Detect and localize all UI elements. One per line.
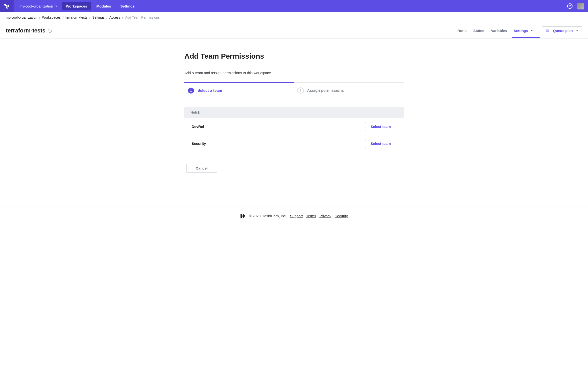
queue-plan-button[interactable]: Queue plan	[542, 26, 582, 35]
stepper: 1 Select a team 2 Assign permissions	[184, 82, 404, 98]
ws-nav-label: Runs	[457, 28, 467, 33]
nav-tab-label: Settings	[120, 4, 134, 8]
breadcrumb-workspace[interactable]: terraform-tests	[65, 16, 87, 19]
step-assign-permissions: 2 Assign permissions	[294, 82, 404, 98]
workspace-header: terraform-tests i Runs States Variables …	[0, 23, 588, 39]
step-number-badge: 1	[188, 87, 194, 94]
main-content: Add Team Permissions Add a team and assi…	[184, 39, 404, 182]
table-header-name: NAME	[184, 107, 404, 118]
step-label: Assign permissions	[307, 88, 344, 93]
team-name: DevRel	[192, 124, 204, 129]
select-team-label: Select team	[371, 124, 391, 129]
breadcrumb-org[interactable]: my-cool-organization	[6, 16, 37, 19]
table-row: Security Select team	[184, 135, 404, 152]
terraform-logo[interactable]	[0, 0, 14, 12]
breadcrumb-access[interactable]: Access	[109, 16, 120, 19]
breadcrumb-sep: /	[107, 16, 108, 19]
nav-tab-label: Modules	[96, 4, 111, 8]
queue-plan-label: Queue plan	[553, 28, 573, 33]
navbar-right: ?	[567, 3, 588, 9]
nav-tabs: Workspaces Modules Settings	[62, 2, 140, 10]
footer-link-privacy[interactable]: Privacy	[319, 214, 331, 218]
ws-nav-label: Settings	[514, 28, 528, 33]
select-team-button[interactable]: Select team	[365, 122, 396, 131]
chevron-down-icon	[576, 28, 579, 33]
page-description: Add a team and assign permissions to thi…	[184, 65, 404, 82]
footer-link-security[interactable]: Security	[335, 214, 348, 218]
cancel-button[interactable]: Cancel	[186, 164, 217, 173]
step-number: 2	[300, 89, 302, 92]
step-number: 1	[190, 89, 192, 92]
footer-link-support[interactable]: Support	[290, 214, 303, 218]
nav-tab-settings[interactable]: Settings	[116, 2, 138, 10]
footer-link-terms[interactable]: Terms	[306, 214, 316, 218]
table-bottom-rule	[184, 152, 404, 157]
org-selector[interactable]: my-cool-organization	[14, 4, 62, 8]
step-select-team[interactable]: 1 Select a team	[184, 82, 294, 98]
ws-nav-label: States	[473, 28, 484, 33]
breadcrumb-current: Add Team Permissions	[125, 16, 160, 19]
ws-nav-label: Variables	[491, 28, 507, 33]
cancel-label: Cancel	[196, 166, 208, 170]
top-navbar: my-cool-organization Workspaces Modules …	[0, 0, 588, 12]
avatar[interactable]	[577, 3, 584, 9]
breadcrumb-workspaces[interactable]: Workspaces	[42, 16, 61, 19]
footer-copyright: © 2020 HashiCorp, Inc.	[249, 214, 287, 218]
chevron-down-icon	[530, 29, 533, 32]
breadcrumb: my-cool-organization / Workspaces / terr…	[0, 12, 588, 23]
team-name: Security	[192, 142, 206, 146]
team-table: NAME DevRel Select team Security Select …	[184, 107, 404, 157]
ws-nav-states[interactable]: States	[473, 24, 484, 38]
terraform-icon	[4, 3, 10, 9]
breadcrumb-sep: /	[89, 16, 90, 19]
step-label: Select a team	[197, 88, 222, 93]
breadcrumb-settings[interactable]: Settings	[92, 16, 105, 19]
ws-nav-runs[interactable]: Runs	[457, 24, 467, 38]
select-team-label: Select team	[371, 142, 391, 146]
nav-tab-modules[interactable]: Modules	[92, 2, 115, 10]
table-row: DevRel Select team	[184, 118, 404, 135]
step-number-badge: 2	[297, 87, 304, 94]
workspace-nav: Runs States Variables Settings Queue pla…	[457, 24, 582, 38]
info-icon[interactable]: i	[48, 29, 52, 33]
chevron-down-icon	[55, 4, 58, 8]
footer: © 2020 HashiCorp, Inc. Support Terms Pri…	[0, 207, 588, 225]
select-team-button[interactable]: Select team	[365, 139, 396, 148]
page-title: Add Team Permissions	[184, 52, 404, 65]
breadcrumb-sep: /	[63, 16, 64, 19]
breadcrumb-sep: /	[39, 16, 40, 19]
form-actions: Cancel	[184, 164, 404, 173]
org-name: my-cool-organization	[19, 4, 53, 8]
nav-tab-workspaces[interactable]: Workspaces	[62, 2, 91, 10]
nav-tab-label: Workspaces	[66, 4, 87, 8]
hashicorp-logo-icon	[240, 213, 246, 218]
help-icon[interactable]: ?	[567, 3, 572, 9]
queue-icon	[546, 29, 549, 33]
workspace-title: terraform-tests i	[6, 27, 52, 34]
breadcrumb-sep: /	[122, 16, 123, 19]
ws-nav-settings[interactable]: Settings	[514, 24, 533, 38]
workspace-name: terraform-tests	[6, 27, 45, 34]
ws-nav-variables[interactable]: Variables	[491, 24, 507, 38]
